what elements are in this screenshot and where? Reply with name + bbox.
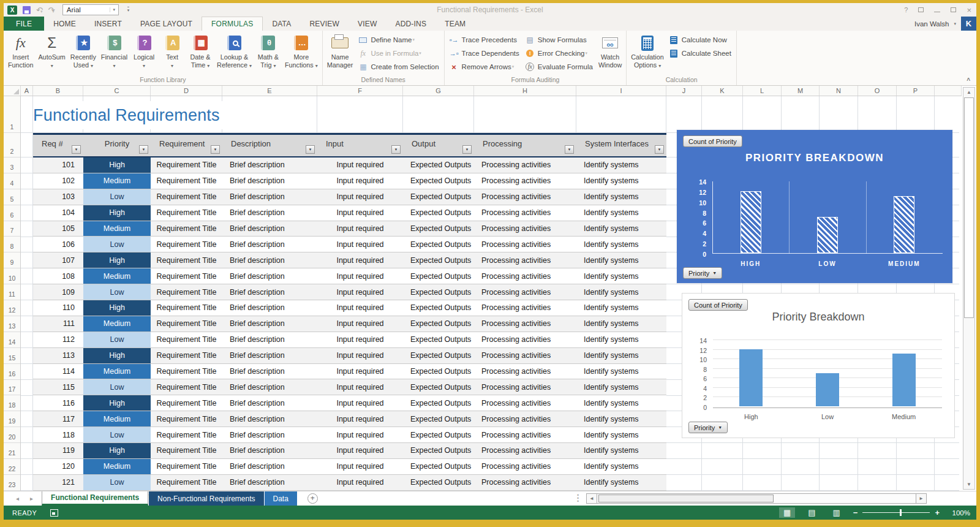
cell-output[interactable]: Expected Outputs xyxy=(403,427,474,442)
cell-priority[interactable]: High xyxy=(83,443,151,458)
tab-page-layout[interactable]: PAGE LAYOUT xyxy=(131,17,202,31)
excel-app-icon[interactable]: X xyxy=(7,6,17,15)
row-header-21[interactable]: 21 xyxy=(4,443,20,459)
table-row[interactable]: 110HighRequirement TitleBrief descriptio… xyxy=(33,300,666,316)
cell-processing[interactable]: Processing activities xyxy=(474,427,576,442)
cell-priority[interactable]: Low xyxy=(83,475,151,490)
tab-review[interactable]: REVIEW xyxy=(300,17,349,31)
cell-system-interfaces[interactable]: Identify systems xyxy=(576,252,666,268)
cell-requirement[interactable]: Requirement Title xyxy=(151,411,222,427)
tab-home[interactable]: HOME xyxy=(44,17,85,31)
cell-req[interactable]: 119 xyxy=(33,443,83,458)
cell-processing[interactable]: Processing activities xyxy=(474,395,576,411)
cell-output[interactable]: Expected Outputs xyxy=(403,411,474,427)
cell-priority[interactable]: Medium xyxy=(83,364,151,379)
cell-processing[interactable]: Processing activities xyxy=(474,237,576,252)
cell-description[interactable]: Brief description xyxy=(222,348,317,363)
cell-requirement[interactable]: Requirement Title xyxy=(151,205,222,221)
cell-processing[interactable]: Processing activities xyxy=(474,443,576,458)
cell-system-interfaces[interactable]: Identify systems xyxy=(576,475,666,490)
trace-dependents-button[interactable]: →▫Trace Dependents xyxy=(447,47,522,60)
axis-field-button[interactable]: Priority▼ xyxy=(688,422,728,433)
cell-priority[interactable]: High xyxy=(83,205,151,221)
cell-input[interactable]: Input required xyxy=(317,411,403,427)
tab-add-ins[interactable]: ADD-INS xyxy=(386,17,435,31)
row-header-8[interactable]: 8 xyxy=(4,237,20,253)
cell-requirement[interactable]: Requirement Title xyxy=(151,300,222,316)
filter-button[interactable]: ▼ xyxy=(306,145,315,154)
zoom-slider[interactable] xyxy=(862,512,930,513)
row-header-5[interactable]: 5 xyxy=(4,189,20,205)
calculation-options-button[interactable]: CalculationOptions ▾ xyxy=(628,32,666,70)
cell-priority[interactable]: High xyxy=(83,157,151,173)
row-header-18[interactable]: 18 xyxy=(4,396,20,412)
cell-req[interactable]: 105 xyxy=(33,221,83,237)
cell-description[interactable]: Brief description xyxy=(222,316,317,332)
row-header-10[interactable]: 10 xyxy=(4,268,20,284)
cell-processing[interactable]: Processing activities xyxy=(474,459,576,474)
customize-qat-icon[interactable]: ▾ xyxy=(127,7,130,13)
cell-processing[interactable]: Processing activities xyxy=(474,284,576,300)
logical-button[interactable]: ?Logical▾ xyxy=(130,32,158,70)
cell-processing[interactable]: Processing activities xyxy=(474,316,576,332)
cell-input[interactable]: Input required xyxy=(317,221,403,237)
filter-button[interactable]: ▼ xyxy=(655,145,664,154)
cell-description[interactable]: Brief description xyxy=(222,173,317,189)
cell-description[interactable]: Brief description xyxy=(222,205,317,221)
axis-field-button[interactable]: Priority▼ xyxy=(683,267,722,279)
more-functions-button[interactable]: …MoreFunctions ▾ xyxy=(282,32,320,70)
table-row[interactable]: 119HighRequirement TitleBrief descriptio… xyxy=(33,443,666,459)
font-name-box[interactable]: Arial ▾ xyxy=(62,4,119,15)
cell-input[interactable]: Input required xyxy=(317,284,403,300)
row-header-23[interactable]: 23 xyxy=(4,475,20,491)
cell-system-interfaces[interactable]: Identify systems xyxy=(576,237,666,252)
table-row[interactable]: 107HighRequirement TitleBrief descriptio… xyxy=(33,252,666,268)
filter-button[interactable]: ▼ xyxy=(139,145,148,154)
tab-data[interactable]: DATA xyxy=(263,17,300,31)
cell-requirement[interactable]: Requirement Title xyxy=(151,332,222,347)
cell-system-interfaces[interactable]: Identify systems xyxy=(576,300,666,316)
cell-input[interactable]: Input required xyxy=(317,252,403,268)
column-header-A[interactable]: A xyxy=(21,86,33,96)
cell-priority[interactable]: Medium xyxy=(83,268,151,284)
cell-requirement[interactable]: Requirement Title xyxy=(151,443,222,458)
cell-req[interactable]: 108 xyxy=(33,268,83,284)
column-header-E[interactable]: E xyxy=(222,86,317,96)
cell-input[interactable]: Input required xyxy=(317,427,403,442)
cell-req[interactable]: 113 xyxy=(33,348,83,363)
cell-input[interactable]: Input required xyxy=(317,300,403,316)
horizontal-scrollbar-thumb[interactable] xyxy=(598,495,774,502)
show-formulas-button[interactable]: ▤Show Formulas xyxy=(522,33,596,47)
sheet-nav-right-icon[interactable]: ▸ xyxy=(30,495,33,502)
row-header-20[interactable]: 20 xyxy=(4,427,20,443)
cell-requirement[interactable]: Requirement Title xyxy=(151,252,222,268)
cell-system-interfaces[interactable]: Identify systems xyxy=(576,427,666,442)
cell-system-interfaces[interactable]: Identify systems xyxy=(576,157,666,173)
horizontal-scrollbar[interactable]: ◄ ► xyxy=(586,493,927,504)
cell-processing[interactable]: Processing activities xyxy=(474,348,576,363)
column-header-input[interactable]: Input▼ xyxy=(317,135,403,156)
tab-insert[interactable]: INSERT xyxy=(85,17,131,31)
tab-splitter-handle[interactable]: ••• xyxy=(577,494,579,503)
filter-button[interactable]: ▼ xyxy=(462,145,472,154)
cell-system-interfaces[interactable]: Identify systems xyxy=(576,348,666,363)
scroll-left-icon[interactable]: ◄ xyxy=(586,493,597,504)
macro-record-icon[interactable] xyxy=(50,509,58,517)
help-icon[interactable]: ? xyxy=(904,6,908,13)
cell-description[interactable]: Brief description xyxy=(222,443,317,458)
recently-used-button[interactable]: ★RecentlyUsed ▾ xyxy=(68,32,99,70)
cell-requirement[interactable]: Requirement Title xyxy=(151,459,222,474)
cell-description[interactable]: Brief description xyxy=(222,332,317,347)
cell-input[interactable]: Input required xyxy=(317,443,403,458)
cell-req[interactable]: 102 xyxy=(33,173,83,189)
cell-processing[interactable]: Processing activities xyxy=(474,157,576,173)
save-icon[interactable] xyxy=(23,6,31,14)
create-from-selection-button[interactable]: ▦Create from Selection xyxy=(355,60,442,74)
cell-priority[interactable]: Low xyxy=(83,189,151,205)
calculate-now-button[interactable]: Calculate Now xyxy=(666,33,734,47)
cell-description[interactable]: Brief description xyxy=(222,284,317,300)
cell-system-interfaces[interactable]: Identify systems xyxy=(576,284,666,300)
table-row[interactable]: 116HighRequirement TitleBrief descriptio… xyxy=(33,395,666,411)
scroll-down-icon[interactable]: ▼ xyxy=(963,480,974,489)
row-header-4[interactable]: 4 xyxy=(4,173,20,189)
